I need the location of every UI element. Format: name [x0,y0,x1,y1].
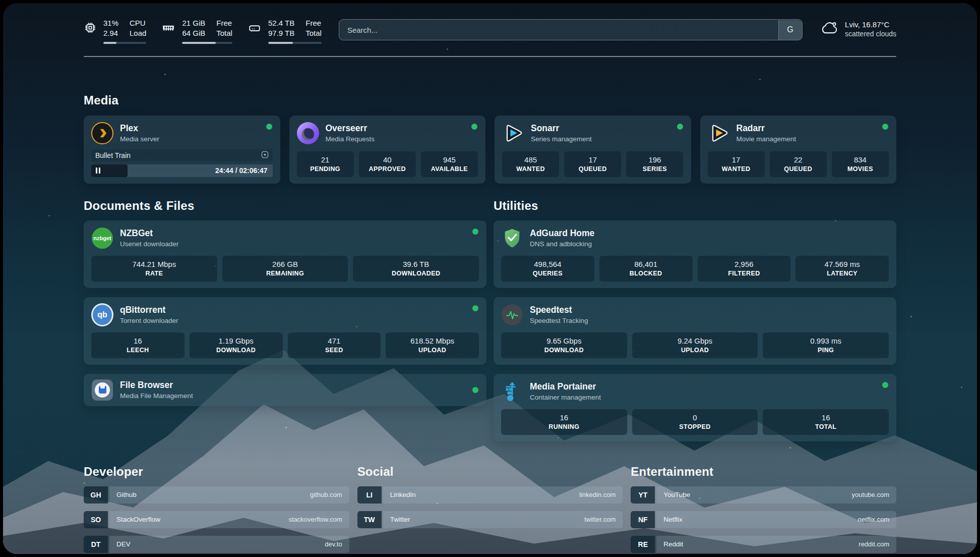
stat-tile: 485WANTED [502,151,559,177]
bookmark-name: Github [116,491,137,498]
cpu-stat: 31%2.94 CPULoad [84,18,146,44]
app-description: DNS and adblocking [530,240,594,248]
app-name: Plex [120,123,159,133]
app-card-plex[interactable]: Plex Media server Bullet Train [84,116,280,184]
app-description: Media File Management [120,392,193,400]
radarr-icon [708,122,730,144]
app-card-radarr[interactable]: Radarr Movie management 17WANTED 22QUEUE… [700,116,897,184]
bookmark-url: dev.to [325,540,342,548]
app-description: Media Requests [326,135,375,143]
app-description: Container management [530,394,601,401]
status-dot [266,124,272,130]
playback-time: 24:44 / 02:06:47 [215,166,268,175]
cpu-load-value: 2.94 [103,28,118,38]
stat-tile: 9.24 GbpsUPLOAD [632,332,758,358]
bookmark-url: github.com [310,491,342,498]
stat-tile: 16LEECH [91,332,185,358]
app-description: Torrent downloader [120,317,178,324]
bookmark-name: Twitter [390,516,410,523]
app-card-speedtest[interactable]: Speedtest Speedtest Tracking 9.65 GbpsDO… [494,297,896,365]
bookmark-abbr: SO [84,511,108,528]
status-dot [677,124,683,130]
media-grid: Plex Media server Bullet Train [84,116,896,184]
bookmark-abbr: YT [631,486,655,504]
bookmark-url: linkedin.com [579,491,616,498]
disk-stat: 52.4 TB97.9 TB FreeTotal [248,18,322,44]
bookmark-url: netflix.com [858,516,889,523]
stat-tile: 2,956FILTERED [698,256,791,282]
status-dot [472,229,478,235]
sonarr-icon [502,122,524,144]
stat-tile: 16RUNNING [501,409,627,435]
bookmark-abbr: GH [84,486,108,504]
cpu-label: CPU [130,18,146,28]
bookmark-netflix[interactable]: NF Netflixnetflix.com [631,511,896,528]
cpu-usage-bar [103,42,146,44]
bookmark-abbr: TW [357,511,382,528]
stat-tile: 17WANTED [708,151,765,177]
pause-icon [96,168,100,174]
stat-tile: 498,564QUERIES [501,256,594,282]
overseerr-icon [297,122,319,144]
app-name: AdGuard Home [530,228,594,238]
section-title-developer: Developer [84,465,349,479]
memory-stat: 21 GiB64 GiB FreeTotal [161,18,232,44]
bookmark-url: stackoverflow.com [288,516,342,523]
plex-now-playing: Bullet Train 24:44 / 02:06:47 [91,149,273,177]
app-description: Movie management [737,135,797,143]
bookmark-twitter[interactable]: TW Twittertwitter.com [357,511,623,528]
stat-tile: 945AVAILABLE [421,151,478,177]
bookmark-abbr: NF [631,511,655,528]
memory-icon [161,21,175,36]
stat-tile: 21PENDING [297,151,354,177]
app-card-filebrowser[interactable]: File Browser Media File Management [84,374,486,406]
stat-tile: 618.52 MbpsUPLOAD [386,332,479,358]
snow-specks [3,3,5,5]
memory-total-value: 64 GiB [182,28,205,38]
app-name: qBittorrent [120,305,178,315]
status-dot [882,124,888,130]
app-card-adguard[interactable]: AdGuard Home DNS and adblocking 498,564Q… [494,220,896,288]
playback-progress-bar: 24:44 / 02:06:47 [91,164,273,177]
speedtest-icon [501,304,523,326]
search-input[interactable] [339,19,803,40]
search-bar: G [339,19,803,40]
bookmark-url: twitter.com [584,516,616,523]
app-description: Usenet downloader [120,240,178,248]
memory-usage-bar [182,42,232,44]
memory-free-label: Free [216,18,232,28]
stat-tile: 834MOVIES [832,151,889,177]
section-title-media: Media [84,93,896,107]
stat-tile: 9.65 GbpsDOWNLOAD [501,332,627,358]
bookmark-abbr: RE [631,536,655,553]
stat-tile: 40APPROVED [359,151,416,177]
app-card-overseerr[interactable]: Overseerr Media Requests 21PENDING 40APP… [289,116,486,184]
app-card-qbittorrent[interactable]: qb qBittorrent Torrent downloader 16LEEC… [84,297,486,365]
app-name: Overseerr [326,123,375,133]
search-engine-button[interactable]: G [778,20,802,40]
stat-tile: 0STOPPED [632,409,758,435]
bookmark-name: DEV [116,540,131,548]
adguard-icon [501,227,523,249]
filebrowser-icon [91,379,113,401]
app-name: Speedtest [530,305,588,315]
bookmark-youtube[interactable]: YT YouTubeyoutube.com [631,486,896,504]
cpu-load-label: Load [130,28,146,38]
bookmark-abbr: DT [84,536,108,553]
bookmark-url: reddit.com [859,540,889,548]
section-title-documents: Documents & Files [84,199,486,213]
app-card-sonarr[interactable]: Sonarr Series management 485WANTED 17QUE… [495,116,691,184]
status-dot [471,124,477,130]
app-card-portainer[interactable]: Media Portainer Container management 16R… [494,374,896,441]
system-stats: 31%2.94 CPULoad [84,18,322,44]
app-card-nzbget[interactable]: nzbget NZBGet Usenet downloader 744.21 M… [84,220,486,288]
bookmark-reddit[interactable]: RE Redditreddit.com [631,536,896,553]
bookmark-name: Reddit [663,540,683,548]
bookmark-stackoverflow[interactable]: SO StackOverflowstackoverflow.com [84,511,349,528]
bookmark-dev[interactable]: DT DEVdev.to [84,536,349,553]
bookmark-github[interactable]: GH Githubgithub.com [84,486,349,504]
app-name: Media Portainer [530,381,601,392]
nzbget-icon: nzbget [91,227,113,249]
bookmark-linkedin[interactable]: LI LinkedInlinkedin.com [357,486,623,504]
stat-tile: 266 GBREMAINING [222,256,348,282]
